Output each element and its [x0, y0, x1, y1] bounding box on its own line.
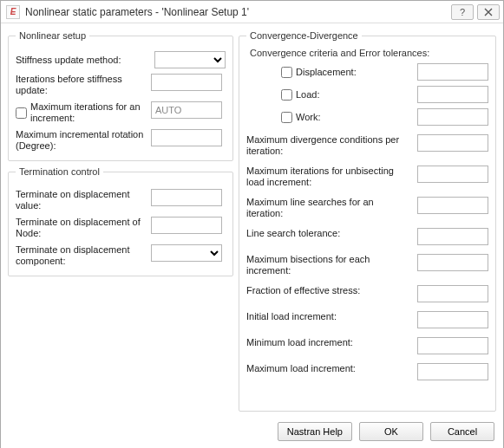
- row-term-disp-component: Terminate on displacement component:: [16, 244, 226, 267]
- iterations-before-input[interactable]: [151, 74, 222, 91]
- window-title: Nonlinear static parameters - 'Nonlinear…: [25, 6, 451, 18]
- right-column: Convergence-Divergence Convergence crite…: [239, 30, 496, 412]
- label-conv-displacement: Displacement:: [296, 67, 357, 77]
- label-max-iterations: Maximum iterations for an increment:: [30, 101, 146, 124]
- legend-termination: Termination control: [16, 166, 103, 177]
- close-icon[interactable]: [477, 4, 500, 20]
- group-nonlinear-setup: Nonlinear setup Stiffness update method:…: [8, 30, 233, 161]
- legend-nonlinear-setup: Nonlinear setup: [16, 30, 89, 41]
- row-max-divergence: Maximum divergence conditions per iterat…: [246, 134, 488, 157]
- nastran-help-button[interactable]: Nastran Help: [278, 422, 352, 441]
- label-max-divergence: Maximum divergence conditions per iterat…: [246, 134, 410, 157]
- conv-work-checkbox-wrap[interactable]: Work:: [281, 112, 410, 123]
- left-column: Nonlinear setup Stiffness update method:…: [8, 30, 233, 412]
- init-load-input[interactable]: [417, 311, 488, 328]
- conv-displacement-checkbox-wrap[interactable]: Displacement:: [281, 67, 410, 78]
- frac-stress-input[interactable]: [417, 285, 488, 302]
- app-icon: E: [6, 5, 20, 19]
- row-init-load: Initial load increment:: [246, 311, 488, 328]
- row-frac-stress: Fraction of effective stress:: [246, 285, 488, 302]
- min-load-input[interactable]: [417, 337, 488, 354]
- term-disp-value-input[interactable]: [151, 189, 222, 206]
- label-iterations-before: Iterations before stiffness update:: [16, 74, 146, 96]
- stiffness-method-select[interactable]: [154, 51, 226, 68]
- max-iter-unbisect-input[interactable]: [417, 166, 488, 183]
- window-controls: ?: [451, 4, 500, 20]
- row-conv-displacement: Displacement:: [281, 63, 488, 81]
- row-line-tol: Line search tolerance:: [246, 228, 488, 245]
- group-convergence: Convergence-Divergence Convergence crite…: [239, 30, 496, 412]
- label-term-disp-node: Terminate on displacement of Node:: [16, 217, 146, 239]
- max-bisect-input[interactable]: [417, 254, 488, 271]
- row-stiffness-method: Stiffness update method:: [16, 51, 226, 68]
- row-max-line-search: Maximum line searches for an iteration:: [246, 197, 488, 219]
- dialog-footer: Nastran Help OK Cancel: [1, 415, 503, 448]
- max-iterations-input[interactable]: [151, 101, 222, 119]
- row-max-iterations: Maximum iterations for an increment:: [16, 101, 226, 124]
- dialog-body: Nonlinear setup Stiffness update method:…: [1, 23, 503, 415]
- conv-work-input[interactable]: [417, 108, 488, 126]
- label-term-disp-value: Terminate on displacement value:: [16, 189, 146, 211]
- max-load-input[interactable]: [417, 363, 488, 380]
- label-max-iter-unbisect: Maximum iterations for unbisecting load …: [246, 166, 410, 188]
- label-term-disp-component: Terminate on displacement component:: [16, 244, 146, 267]
- label-init-load: Initial load increment:: [246, 311, 410, 322]
- row-conv-work: Work:: [281, 108, 488, 126]
- conv-load-checkbox[interactable]: [281, 89, 292, 101]
- row-conv-load: Load:: [281, 86, 488, 103]
- label-min-load: Minimum load increment:: [246, 337, 410, 348]
- cancel-button[interactable]: Cancel: [430, 422, 494, 441]
- label-max-line-search: Maximum line searches for an iteration:: [246, 197, 410, 219]
- criteria-heading: Convergence criteria and Error tolerance…: [250, 48, 488, 58]
- row-max-bisect: Maximum bisections for each increment:: [246, 254, 488, 276]
- row-min-load: Minimum load increment:: [246, 337, 488, 354]
- row-max-rotation: Maximum incremental rotation (Degree):: [16, 129, 226, 152]
- svg-text:?: ?: [460, 7, 465, 17]
- ok-button[interactable]: OK: [359, 422, 423, 441]
- label-conv-load: Load:: [296, 89, 320, 100]
- max-divergence-input[interactable]: [417, 134, 488, 152]
- legend-convergence: Convergence-Divergence: [246, 30, 362, 41]
- max-iterations-checkbox-wrap[interactable]: Maximum iterations for an increment:: [16, 101, 146, 124]
- line-tol-input[interactable]: [417, 228, 488, 245]
- label-max-load: Maximum load increment:: [246, 363, 410, 374]
- max-line-search-input[interactable]: [417, 197, 488, 214]
- conv-load-checkbox-wrap[interactable]: Load:: [281, 89, 410, 101]
- row-iterations-before: Iterations before stiffness update:: [16, 74, 226, 96]
- row-term-disp-value: Terminate on displacement value:: [16, 189, 226, 211]
- label-conv-work: Work:: [296, 112, 321, 122]
- term-disp-node-input[interactable]: [151, 217, 222, 234]
- max-iterations-checkbox[interactable]: [16, 107, 27, 119]
- conv-work-checkbox[interactable]: [281, 112, 292, 123]
- term-disp-component-select[interactable]: [151, 244, 222, 262]
- label-max-bisect: Maximum bisections for each increment:: [246, 254, 410, 276]
- group-termination: Termination control Terminate on displac…: [8, 166, 233, 276]
- help-icon[interactable]: ?: [451, 4, 474, 20]
- conv-displacement-checkbox[interactable]: [281, 67, 292, 78]
- conv-load-input[interactable]: [417, 86, 488, 103]
- label-stiffness-method: Stiffness update method:: [16, 55, 149, 66]
- conv-displacement-input[interactable]: [417, 63, 488, 81]
- row-max-load: Maximum load increment:: [246, 363, 488, 380]
- titlebar: E Nonlinear static parameters - 'Nonline…: [1, 1, 503, 23]
- label-frac-stress: Fraction of effective stress:: [246, 285, 410, 296]
- max-rotation-input[interactable]: [151, 129, 222, 146]
- row-max-iter-unbisect: Maximum iterations for unbisecting load …: [246, 166, 488, 188]
- label-line-tol: Line search tolerance:: [246, 228, 410, 239]
- row-term-disp-node: Terminate on displacement of Node:: [16, 217, 226, 239]
- dialog-window: E Nonlinear static parameters - 'Nonline…: [0, 0, 504, 448]
- label-max-rotation: Maximum incremental rotation (Degree):: [16, 129, 146, 152]
